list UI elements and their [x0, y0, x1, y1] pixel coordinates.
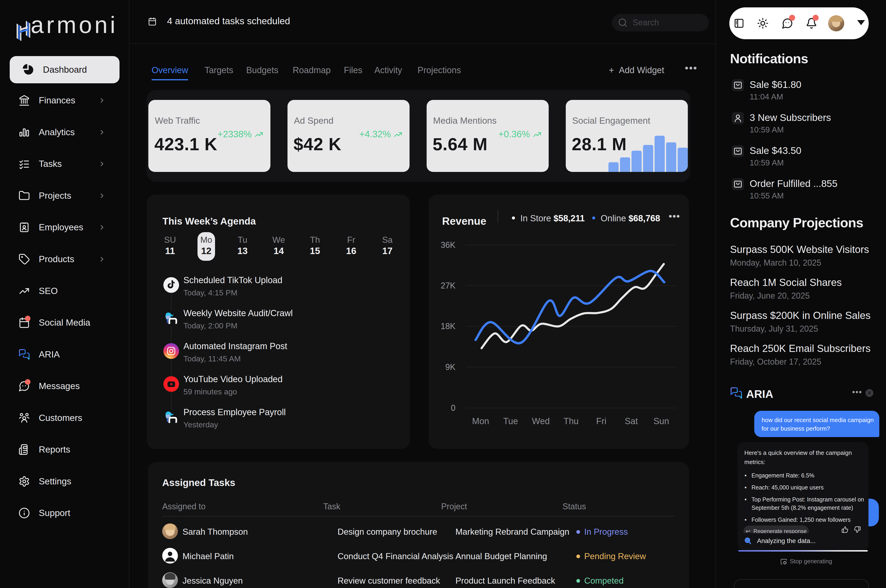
svg-text:9K: 9K	[445, 362, 456, 372]
svg-text:Sun: Sun	[654, 416, 669, 426]
svg-text:36K: 36K	[441, 240, 456, 250]
svg-text:Thu: Thu	[564, 416, 579, 426]
svg-text:Sat: Sat	[625, 416, 638, 426]
svg-text:Fri: Fri	[596, 416, 606, 426]
svg-text:Tue: Tue	[503, 416, 518, 426]
svg-text:0: 0	[451, 403, 456, 412]
svg-text:Wed: Wed	[532, 416, 550, 426]
svg-text:Mon: Mon	[472, 416, 489, 426]
svg-text:27K: 27K	[441, 281, 456, 290]
svg-text:18K: 18K	[441, 321, 456, 331]
